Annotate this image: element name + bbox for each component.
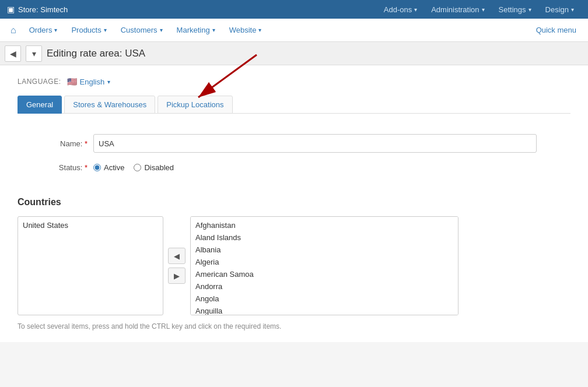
nav-bar: ⌂ Orders ▾ Products ▾ Customers ▾ Market… — [0, 19, 588, 42]
status-label: Status: * — [18, 163, 88, 172]
top-bar: ▣ Store: Simtech Add-ons ▾ Administratio… — [0, 0, 588, 19]
selected-countries-list[interactable]: United States — [18, 216, 163, 315]
language-label: LANGUAGE: — [18, 78, 61, 86]
flag-icon: 🇺🇸 — [67, 77, 77, 86]
list-item[interactable]: Algeria — [191, 256, 458, 268]
status-radio-group: Active Disabled — [93, 163, 174, 172]
tab-pickup-locations[interactable]: Pickup Locations — [158, 96, 232, 114]
language-row: LANGUAGE: 🇺🇸 English ▾ — [18, 77, 570, 86]
countries-layout: United States ◀ ▶ AfghanistanAland Islan… — [18, 216, 570, 315]
design-caret: ▾ — [571, 6, 574, 13]
list-item[interactable]: Angola — [191, 293, 458, 305]
transfer-right-button[interactable]: ▶ — [168, 268, 186, 284]
countries-title: Countries — [18, 197, 570, 207]
name-label: Name: * — [18, 139, 88, 148]
countries-section: Countries United States ◀ ▶ AfghanistanA… — [18, 197, 570, 330]
back-button[interactable]: ◀ — [5, 45, 21, 62]
list-item[interactable]: Anguilla — [191, 305, 458, 315]
settings-caret: ▾ — [528, 6, 531, 13]
tab-general[interactable]: General — [18, 96, 62, 114]
form-section: Name: * Status: * Active Disabled — [18, 125, 570, 191]
name-row: Name: * — [18, 134, 570, 153]
tabs-area: General Stores & Warehouses Pickup Locat… — [18, 96, 570, 114]
language-selector[interactable]: 🇺🇸 English ▾ — [67, 77, 111, 86]
addons-caret: ▾ — [414, 6, 417, 13]
status-disabled-radio[interactable] — [134, 164, 141, 171]
nav-website[interactable]: Website ▾ — [222, 19, 269, 42]
breadcrumb-bar: ◀ ▾ Editing rate area: USA — [0, 42, 588, 65]
top-nav-addons[interactable]: Add-ons ▾ — [377, 0, 424, 19]
marketing-caret: ▾ — [212, 27, 215, 33]
orders-caret: ▾ — [54, 27, 57, 33]
home-icon[interactable]: ⌂ — [5, 25, 22, 36]
dropdown-button[interactable]: ▾ — [26, 45, 42, 62]
quick-menu-link[interactable]: Quick menu — [529, 26, 583, 34]
nav-customers[interactable]: Customers ▾ — [114, 19, 170, 42]
status-active-label[interactable]: Active — [93, 163, 124, 172]
list-item[interactable]: American Samoa — [191, 268, 458, 280]
nav-products[interactable]: Products ▾ — [64, 19, 113, 42]
name-input[interactable] — [93, 134, 537, 153]
customers-caret: ▾ — [160, 27, 163, 33]
language-value: English — [80, 78, 105, 86]
content-area: LANGUAGE: 🇺🇸 English ▾ General — [0, 65, 588, 342]
top-nav: Add-ons ▾ Administration ▾ Settings ▾ De… — [377, 0, 581, 19]
tab-stores-warehouses[interactable]: Stores & Warehouses — [64, 96, 155, 114]
store-name: ▣ Store: Simtech — [7, 5, 68, 14]
list-item[interactable]: Aland Islands — [191, 231, 458, 244]
name-required: * — [85, 139, 88, 148]
status-active-radio[interactable] — [93, 164, 101, 171]
status-disabled-text: Disabled — [144, 163, 174, 172]
language-caret: ▾ — [107, 79, 110, 85]
store-icon: ▣ — [7, 5, 15, 14]
status-active-text: Active — [104, 163, 124, 172]
nav-orders[interactable]: Orders ▾ — [22, 19, 65, 42]
list-item[interactable]: Afghanistan — [191, 219, 458, 231]
main-nav: Orders ▾ Products ▾ Customers ▾ Marketin… — [22, 19, 529, 42]
transfer-buttons: ◀ ▶ — [168, 248, 186, 284]
list-item[interactable]: United States — [18, 219, 163, 231]
status-disabled-label[interactable]: Disabled — [134, 163, 174, 172]
website-caret: ▾ — [258, 27, 261, 33]
status-required: * — [85, 163, 88, 172]
available-countries-list[interactable]: AfghanistanAland IslandsAlbaniaAlgeriaAm… — [190, 216, 459, 315]
top-nav-administration[interactable]: Administration ▾ — [424, 0, 491, 19]
top-nav-design[interactable]: Design ▾ — [538, 0, 581, 19]
tabs: General Stores & Warehouses Pickup Locat… — [18, 96, 570, 114]
help-text: To select several items, press and hold … — [18, 322, 570, 330]
store-label: Store: Simtech — [18, 5, 68, 14]
products-caret: ▾ — [104, 27, 107, 33]
status-row: Status: * Active Disabled — [18, 163, 570, 172]
list-item[interactable]: Andorra — [191, 280, 458, 293]
transfer-left-button[interactable]: ◀ — [168, 248, 186, 264]
nav-marketing[interactable]: Marketing ▾ — [170, 19, 222, 42]
top-nav-settings[interactable]: Settings ▾ — [492, 0, 538, 19]
list-item[interactable]: Albania — [191, 244, 458, 256]
admin-caret: ▾ — [482, 6, 485, 13]
page-title: Editing rate area: USA — [47, 48, 145, 59]
